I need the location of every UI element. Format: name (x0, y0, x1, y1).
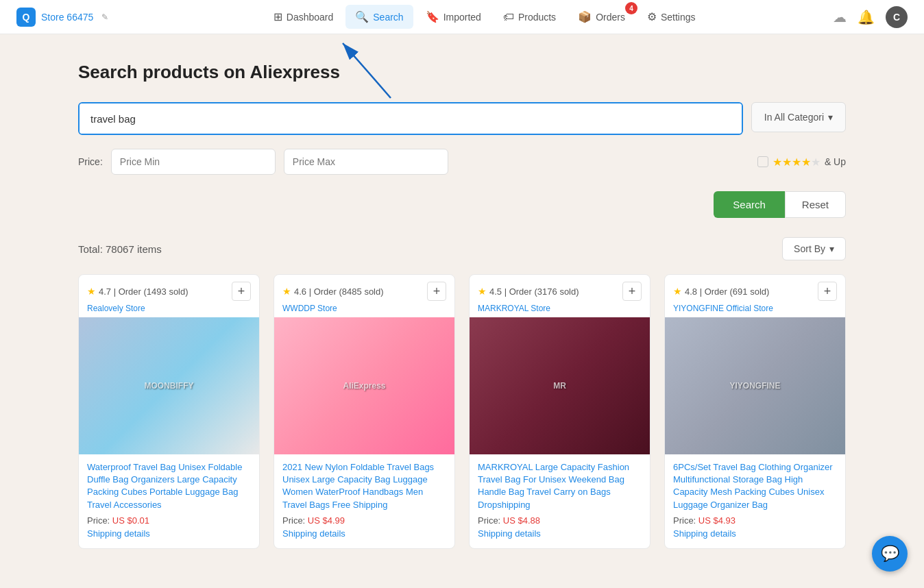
filter-row: Price: ★★★★★ & Up (78, 149, 846, 175)
product-rating: ★ 4.5 | Order (3176 sold) (478, 286, 579, 297)
search-input-wrapper (78, 102, 743, 135)
store-link[interactable]: Realovely Store (79, 304, 259, 317)
product-price-row: Price: US $4.88 (470, 515, 650, 528)
logo-icon: Q (16, 8, 36, 27)
price-value: US $4.93 (698, 515, 735, 526)
logo-area: Q Store 66475 ✎ (16, 8, 108, 27)
price-value: US $0.01 (112, 515, 149, 526)
product-image: AliExpress (274, 317, 454, 454)
rating-value: 4.7 | Order (1493 sold) (99, 286, 189, 297)
star-icon: ★ (282, 286, 291, 297)
star-icon: ★ (673, 286, 682, 297)
nav-item-dashboard[interactable]: ⊞ Dashboard (264, 5, 343, 29)
search-button[interactable]: Search (714, 191, 785, 218)
orders-badge: 4 (625, 2, 637, 14)
store-link[interactable]: WWDDP Store (274, 304, 454, 317)
product-card-header: ★ 4.8 | Order (691 sold) + (665, 275, 845, 304)
orders-icon: 📦 (578, 10, 592, 23)
add-product-button[interactable]: + (818, 282, 837, 301)
shipping-link[interactable]: Shipping details (79, 528, 259, 548)
stars: ★★★★★ (773, 156, 820, 169)
price-value: US $4.88 (503, 515, 540, 526)
main-nav: ⊞ Dashboard 🔍 Search 🔖 Imported 🏷 Produc… (136, 5, 833, 29)
chevron-down-icon: ▾ (828, 112, 833, 123)
product-rating: ★ 4.7 | Order (1493 sold) (87, 286, 189, 297)
product-card: ★ 4.8 | Order (691 sold) + YIYONGFINE Of… (664, 274, 846, 549)
product-title[interactable]: 6PCs/Set Travel Bag Clothing Organizer M… (665, 454, 845, 515)
nav-label-search: Search (373, 12, 403, 23)
nav-label-settings: Settings (661, 12, 696, 23)
results-header: Total: 78067 items Sort By ▾ (78, 237, 846, 260)
product-card: ★ 4.6 | Order (8485 sold) + WWDDP Store … (273, 274, 455, 549)
price-label: Price: (673, 515, 698, 526)
sort-label: Sort By (794, 243, 825, 254)
nav-item-settings[interactable]: ⚙ Settings (637, 5, 705, 29)
product-card: ★ 4.7 | Order (1493 sold) + Realovely St… (78, 274, 260, 549)
chat-button[interactable]: 💬 (872, 536, 908, 572)
search-input[interactable] (80, 103, 742, 134)
nav-item-products[interactable]: 🏷 Products (494, 5, 566, 29)
add-product-button[interactable]: + (622, 282, 642, 301)
dashboard-icon: ⊞ (273, 10, 282, 23)
product-image: MOONBIFFY (79, 317, 259, 454)
search-reset-row: Search Reset (78, 191, 846, 218)
reset-button[interactable]: Reset (785, 191, 846, 218)
product-rating: ★ 4.6 | Order (8485 sold) (282, 286, 384, 297)
category-dropdown[interactable]: In All Categori ▾ (751, 102, 846, 132)
nav-label-orders: Orders (596, 12, 625, 23)
store-name[interactable]: Store 66475 (41, 12, 93, 23)
nav-label-products: Products (518, 12, 556, 23)
price-label: Price: (78, 156, 103, 167)
product-card: ★ 4.5 | Order (3176 sold) + MARKROYAL St… (469, 274, 651, 549)
and-up-label: & Up (825, 156, 846, 167)
search-nav-icon: 🔍 (355, 10, 369, 23)
header: Q Store 66475 ✎ ⊞ Dashboard 🔍 Search 🔖 I… (0, 0, 924, 34)
edit-icon[interactable]: ✎ (101, 12, 108, 22)
store-link[interactable]: YIYONGFINE Official Store (665, 304, 845, 317)
rating-checkbox[interactable] (757, 156, 768, 167)
product-card-header: ★ 4.5 | Order (3176 sold) + (470, 275, 650, 304)
product-image: YIYONGFINE (665, 317, 845, 454)
rating-value: 4.8 | Order (691 sold) (685, 286, 769, 297)
shipping-link[interactable]: Shipping details (470, 528, 650, 548)
store-link[interactable]: MARKROYAL Store (470, 304, 650, 317)
price-min-input[interactable] (111, 149, 276, 175)
header-right: ☁ 🔔 C (833, 6, 908, 28)
avatar[interactable]: C (886, 6, 908, 28)
nav-item-orders[interactable]: 📦 Orders 4 (568, 5, 635, 29)
price-label: Price: (478, 515, 503, 526)
nav-label-dashboard: Dashboard (287, 12, 334, 23)
rating-filter: ★★★★★ & Up (757, 156, 846, 169)
cloud-icon[interactable]: ☁ (833, 9, 847, 25)
price-max-input[interactable] (284, 149, 448, 175)
product-title[interactable]: 2021 New Nylon Foldable Travel Bags Unis… (274, 454, 454, 515)
bell-icon[interactable]: 🔔 (858, 9, 875, 25)
product-rating: ★ 4.8 | Order (691 sold) (673, 286, 769, 297)
shipping-link[interactable]: Shipping details (665, 528, 845, 548)
price-label: Price: (282, 515, 308, 526)
products-icon: 🏷 (503, 11, 514, 23)
product-grid: ★ 4.7 | Order (1493 sold) + Realovely St… (78, 274, 846, 549)
settings-icon: ⚙ (647, 10, 657, 23)
rating-value: 4.5 | Order (3176 sold) (489, 286, 579, 297)
product-title[interactable]: Waterproof Travel Bag Unisex Foldable Du… (79, 454, 259, 515)
shipping-link[interactable]: Shipping details (274, 528, 454, 548)
nav-label-imported: Imported (443, 12, 481, 23)
star-icon: ★ (478, 286, 487, 297)
product-price-row: Price: US $4.99 (274, 515, 454, 528)
price-label: Price: (87, 515, 112, 526)
sort-dropdown[interactable]: Sort By ▾ (782, 237, 846, 260)
add-product-button[interactable]: + (232, 282, 251, 301)
results-count: Total: 78067 items (78, 243, 162, 255)
category-label: In All Categori (764, 112, 824, 123)
nav-item-search[interactable]: 🔍 Search (345, 5, 413, 29)
product-price-row: Price: US $4.93 (665, 515, 845, 528)
add-product-button[interactable]: + (427, 282, 446, 301)
imported-icon: 🔖 (426, 10, 439, 23)
product-title[interactable]: MARKROYAL Large Capacity Fashion Travel … (470, 454, 650, 515)
search-row: In All Categori ▾ (78, 102, 846, 135)
product-image: MR (470, 317, 650, 454)
sort-chevron-icon: ▾ (829, 243, 834, 254)
nav-item-imported[interactable]: 🔖 Imported (416, 5, 491, 29)
product-card-header: ★ 4.7 | Order (1493 sold) + (79, 275, 259, 304)
